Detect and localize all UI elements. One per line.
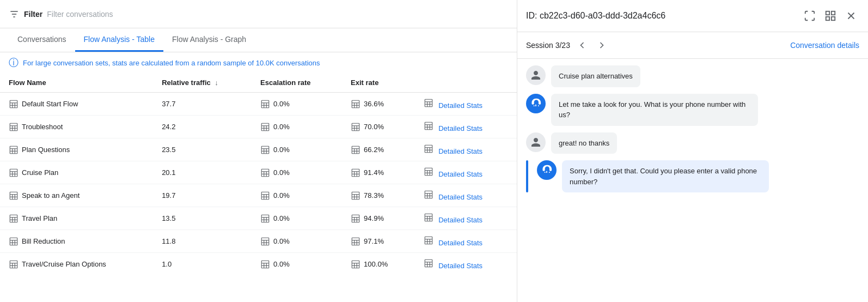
chat-area: Cruise plan alternativesLet me take a lo… [517,59,868,302]
flow-name-cell: Cruise Plan [0,161,153,184]
detailed-stats-cell[interactable]: Detailed Stats [415,116,517,138]
flow-name-text: Default Start Flow [22,100,78,108]
col-relative-traffic[interactable]: Relative traffic ↓ [153,73,252,93]
svg-rect-23 [10,123,17,131]
info-banner: ⓘ For large conversation sets, stats are… [0,52,517,73]
svg-rect-68 [261,169,269,177]
flow-name-cell: Travel Plan [0,207,153,230]
svg-rect-164 [832,11,835,15]
conversation-id: ID: cb22c3-d60-a03-ddd-3d2a4c6c6 [526,11,665,21]
table-cell-icon [351,145,360,155]
detailed-stats-cell[interactable]: Detailed Stats [415,230,517,253]
flow-name-cell: Speak to an Agent [0,184,153,207]
svg-rect-8 [261,100,269,108]
table-row: Plan Questions 23.5 0.0% 66.2% Detailed … [0,138,517,161]
flow-table: Flow Name Relative traffic ↓ Escalation … [0,73,517,302]
flow-name-text: Troubleshoot [22,123,63,131]
escalation-rate-cell: 0.0% [252,253,342,276]
svg-rect-28 [261,123,269,131]
table-cell-icon [260,259,270,269]
table-cell-icon [351,237,360,246]
escalation-rate-value: 0.0% [273,100,290,108]
table-cell-icon [424,167,433,177]
detailed-stats-link[interactable]: Detailed Stats [438,262,482,270]
prev-session-button[interactable] [574,38,590,53]
tab-flow-analysis-table[interactable]: Flow Analysis - Table [75,28,163,52]
escalation-rate-value: 0.0% [273,168,290,177]
exit-rate-value: 70.0% [364,123,384,131]
table-cell-icon [424,98,433,108]
detailed-stats-cell[interactable]: Detailed Stats [415,93,517,116]
col-exit-rate: Exit rate [342,73,414,93]
fullscreen-icon[interactable] [802,8,818,24]
table-cell-icon [351,259,360,269]
conversation-details-link[interactable]: Conversation details [790,41,859,50]
filter-input-placeholder[interactable]: Filter conversations [47,10,113,19]
chat-message: Sorry, I didn't get that. Could you plea… [537,160,859,192]
svg-rect-33 [352,123,359,131]
relative-traffic-value: 24.2 [162,123,175,131]
detailed-stats-link[interactable]: Detailed Stats [438,101,482,110]
info-text: For large conversation sets, stats are c… [23,59,320,67]
svg-rect-38 [425,122,432,130]
detailed-stats-cell[interactable]: Detailed Stats [415,161,517,184]
detailed-stats-link[interactable]: Detailed Stats [438,193,482,201]
exit-rate-cell: 94.9% [342,207,414,230]
table-cell-icon [424,190,433,200]
detailed-stats-link[interactable]: Detailed Stats [438,147,482,155]
detailed-stats-link[interactable]: Detailed Stats [438,216,482,224]
detailed-stats-link[interactable]: Detailed Stats [438,124,482,132]
detailed-stats-cell[interactable]: Detailed Stats [415,184,517,207]
svg-rect-153 [352,261,359,268]
next-session-button[interactable] [594,38,609,53]
detailed-stats-link[interactable]: Detailed Stats [438,239,482,247]
table-cell-icon [260,99,270,109]
tab-conversations[interactable]: Conversations [9,28,75,52]
svg-rect-98 [425,191,432,198]
exit-rate-value: 78.3% [364,191,384,200]
table-cell-icon [9,237,19,246]
escalation-rate-value: 0.0% [273,237,290,245]
tab-flow-analysis-graph[interactable]: Flow Analysis - Graph [163,28,255,52]
detailed-stats-link[interactable]: Detailed Stats [438,170,482,178]
table-cell-icon [424,258,433,268]
flow-name-cell: Travel/Cruise Plan Options [0,253,153,276]
col-escalation-rate: Escalation rate [252,73,342,93]
table-cell-icon [260,214,270,224]
flow-name-text: Travel Plan [22,214,57,222]
escalation-rate-cell: 0.0% [252,138,342,161]
message-bubble: great! no thanks [551,132,617,154]
detailed-stats-cell[interactable]: Detailed Stats [415,207,517,230]
table-cell-icon [9,168,19,178]
chat-message: Cruise plan alternatives [526,65,859,87]
exit-rate-value: 97.1% [364,237,384,245]
svg-rect-48 [261,146,269,154]
table-cell-icon [9,259,19,269]
close-icon[interactable] [843,8,859,24]
escalation-rate-value: 0.0% [273,191,290,200]
exit-rate-cell: 78.3% [342,184,414,207]
svg-rect-93 [352,192,359,200]
escalation-rate-value: 0.0% [273,214,290,222]
info-icon: ⓘ [9,58,19,68]
escalation-rate-value: 0.0% [273,260,290,268]
svg-rect-123 [10,238,17,245]
svg-rect-163 [826,11,829,15]
relative-traffic-value: 1.0 [162,260,172,268]
session-label: Session 3/23 [526,41,570,50]
table-cell-icon [9,122,19,132]
svg-rect-73 [352,169,359,177]
table-cell-icon [9,99,19,109]
exit-rate-cell: 36.6% [342,93,414,116]
relative-traffic-cell: 13.5 [153,207,252,230]
detailed-stats-cell[interactable]: Detailed Stats [415,138,517,161]
exit-rate-cell: 70.0% [342,116,414,138]
relative-traffic-value: 19.7 [162,191,175,200]
detailed-stats-cell[interactable]: Detailed Stats [415,253,517,276]
svg-rect-166 [832,17,835,20]
table-cell-icon [260,237,270,246]
escalation-rate-value: 0.0% [273,146,290,154]
grid-icon[interactable] [822,8,839,24]
relative-traffic-cell: 11.8 [153,230,252,253]
relative-traffic-cell: 23.5 [153,138,252,161]
